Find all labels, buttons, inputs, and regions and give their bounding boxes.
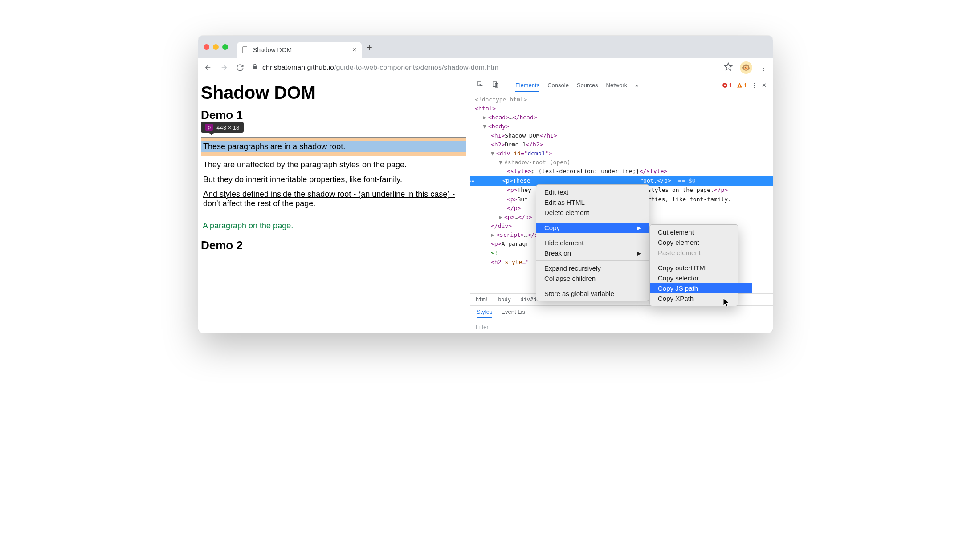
forward-button[interactable]	[220, 63, 228, 72]
highlight-margin: These paragraphs are in a shadow root.	[201, 138, 466, 156]
ctx-hide[interactable]: Hide element	[536, 238, 649, 248]
bookmark-button[interactable]	[724, 62, 733, 73]
file-icon	[242, 46, 249, 53]
minimize-window-button[interactable]	[213, 44, 219, 50]
devtools-tabs: Elements Console Sources Network » 1 1 ⋮…	[470, 77, 773, 93]
dom-doctype: <!doctype html>	[475, 95, 773, 104]
demo1-p2: They are unaffected by the paragraph sty…	[201, 159, 466, 170]
close-window-button[interactable]	[204, 44, 209, 50]
ctx-edit-text[interactable]: Edit text	[536, 187, 649, 197]
svg-rect-4	[739, 85, 740, 86]
ctx-copy-selector[interactable]: Copy selector	[650, 273, 752, 283]
maximize-window-button[interactable]	[222, 44, 228, 50]
warning-count[interactable]: 1	[737, 82, 747, 89]
tab-console[interactable]: Console	[547, 82, 569, 89]
browser-tab[interactable]: Shadow DOM ×	[237, 42, 362, 58]
ctx-paste-element: Paste element	[650, 248, 752, 258]
chevron-right-icon: ▶	[637, 250, 641, 256]
copy-submenu: Cut element Copy element Paste element C…	[649, 224, 738, 306]
demo1-p1: These paragraphs are in a shadow root.	[203, 142, 345, 151]
lock-icon	[252, 64, 258, 72]
styles-tabs: Styles Event Lis	[470, 305, 773, 321]
demo2-heading: Demo 2	[201, 239, 466, 252]
ctx-store[interactable]: Store as global variable	[536, 288, 649, 299]
demo1-container: These paragraphs are in a shadow root. T…	[201, 137, 466, 213]
reload-button[interactable]	[236, 63, 245, 72]
crumb-html[interactable]: html	[476, 296, 489, 303]
ctx-copy-outerhtml[interactable]: Copy outerHTML	[650, 263, 752, 273]
address-bar[interactable]: chrisbateman.github.io/guide-to-web-comp…	[252, 64, 717, 72]
device-toggle-icon[interactable]	[492, 81, 499, 89]
back-button[interactable]	[204, 63, 212, 72]
styles-filter[interactable]: Filter	[470, 321, 773, 333]
devtools-close-icon[interactable]: ✕	[762, 82, 767, 89]
profile-avatar[interactable]: 🐵	[740, 61, 752, 74]
tooltip-dimensions: 443 × 18	[216, 124, 239, 131]
ctx-edit-html[interactable]: Edit as HTML	[536, 197, 649, 207]
chevron-right-icon: ▶	[637, 225, 641, 231]
ctx-copy-xpath[interactable]: Copy XPath	[650, 293, 752, 304]
tab-styles[interactable]: Styles	[477, 308, 492, 318]
crumb-div[interactable]: div#d	[520, 296, 536, 303]
menu-button[interactable]: ⋮	[759, 63, 767, 73]
page-viewport: Shadow DOM Demo 1 p 443 × 18 These parag…	[198, 77, 470, 333]
ctx-collapse[interactable]: Collapse children	[536, 273, 649, 284]
context-menu: Edit text Edit as HTML Delete element Co…	[536, 184, 649, 301]
close-tab-icon[interactable]: ×	[352, 46, 356, 54]
tooltip-tag: p	[205, 124, 213, 131]
ctx-copy[interactable]: Copy▶	[536, 223, 649, 233]
svg-rect-5	[739, 86, 740, 87]
browser-window: Shadow DOM × + chrisbateman.github.io/gu…	[198, 36, 773, 333]
tab-sources[interactable]: Sources	[577, 82, 598, 89]
page-heading: Shadow DOM	[201, 83, 466, 103]
content-area: Shadow DOM Demo 1 p 443 × 18 These parag…	[198, 77, 773, 333]
ctx-cut-element[interactable]: Cut element	[650, 227, 752, 237]
element-size-tooltip: p 443 × 18	[201, 122, 244, 133]
tab-title: Shadow DOM	[253, 46, 292, 53]
inspect-icon[interactable]	[477, 81, 484, 89]
demo1-heading: Demo 1	[201, 108, 466, 122]
crumb-body[interactable]: body	[498, 296, 511, 303]
ctx-delete[interactable]: Delete element	[536, 207, 649, 218]
ctx-break[interactable]: Break on▶	[536, 248, 649, 258]
ctx-copy-element[interactable]: Copy element	[650, 237, 752, 248]
toolbar: chrisbateman.github.io/guide-to-web-comp…	[198, 58, 773, 77]
tab-event-listeners[interactable]: Event Lis	[501, 308, 525, 318]
tab-elements[interactable]: Elements	[515, 82, 539, 92]
svg-rect-1	[493, 82, 497, 87]
page-paragraph: A paragraph on the page.	[203, 221, 465, 231]
error-count[interactable]: 1	[722, 82, 732, 89]
devtools-menu-icon[interactable]: ⋮	[751, 82, 757, 89]
url-text: chrisbateman.github.io/guide-to-web-comp…	[262, 64, 498, 72]
highlight-content: These paragraphs are in a shadow root.	[201, 141, 466, 152]
tab-network[interactable]: Network	[606, 82, 628, 89]
window-controls	[204, 44, 228, 50]
demo1-p4: And styles defined inside the shadow roo…	[201, 189, 466, 209]
ctx-expand[interactable]: Expand recursively	[536, 263, 649, 273]
more-tabs-icon[interactable]: »	[635, 82, 638, 89]
tab-strip: Shadow DOM × +	[198, 36, 773, 58]
ctx-copy-js-path[interactable]: Copy JS path	[650, 283, 752, 293]
demo1-p3: But they do inherit inheritable properti…	[201, 174, 466, 185]
new-tab-button[interactable]: +	[367, 43, 372, 53]
